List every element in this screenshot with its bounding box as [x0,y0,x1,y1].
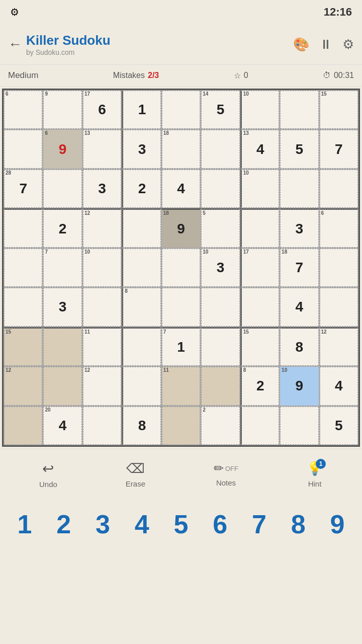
cell-6-5[interactable] [201,327,240,366]
cell-4-5[interactable]: 103 [201,248,240,287]
cell-4-3[interactable] [122,248,161,287]
cell-6-0[interactable]: 15 [4,327,43,366]
numpad-3[interactable]: 3 [85,511,120,537]
cell-3-7[interactable]: 3 [280,208,319,248]
cell-3-2[interactable]: 12 [82,208,122,248]
notes-button[interactable]: ✏ OFF Notes [214,461,238,487]
cell-5-0[interactable] [4,287,43,327]
cell-7-3[interactable] [122,366,161,406]
cell-6-3[interactable] [122,327,161,366]
erase-button[interactable]: ⌫ Erase [126,461,145,488]
cell-3-6[interactable] [240,208,280,248]
cell-8-7[interactable] [280,406,319,445]
numpad-2[interactable]: 2 [46,511,81,537]
cell-7-4[interactable]: 11 [161,366,201,406]
cell-5-7[interactable]: 4 [280,287,319,327]
cell-3-8[interactable]: 6 [319,208,358,248]
cell-5-3[interactable]: 8 [122,287,161,327]
cell-1-4[interactable]: 18 [161,129,201,169]
cell-0-4[interactable] [161,90,201,129]
numpad-9[interactable]: 9 [320,511,355,537]
numpad-8[interactable]: 8 [281,511,316,537]
cell-1-1[interactable]: 69 [43,129,82,169]
cell-0-5[interactable]: 145 [201,90,240,129]
cell-7-7[interactable]: 109 [280,366,319,406]
cell-6-4[interactable]: 71 [161,327,201,366]
cell-5-2[interactable] [82,287,122,327]
cell-5-8[interactable] [319,287,358,327]
cell-4-7[interactable]: 187 [280,248,319,287]
cell-8-8[interactable]: 5 [319,406,358,445]
numpad-5[interactable]: 5 [163,511,199,537]
cell-0-6[interactable]: 10 [240,90,280,129]
cell-0-8[interactable]: 15 [319,90,358,129]
cell-hint-1-2: 13 [84,131,90,136]
cell-1-5[interactable] [201,129,240,169]
cell-8-0[interactable] [4,406,43,445]
cell-3-1[interactable]: 2 [43,208,82,248]
cell-7-6[interactable]: 82 [240,366,280,406]
cell-4-4[interactable] [161,248,201,287]
cell-3-0[interactable] [4,208,43,248]
back-button[interactable]: ← [8,36,22,52]
cell-0-3[interactable]: 1 [122,90,161,129]
cell-7-8[interactable]: 4 [319,366,358,406]
cell-8-3[interactable]: 8 [122,406,161,445]
cell-7-1[interactable] [43,366,82,406]
cell-2-3[interactable]: 2 [122,169,161,208]
cell-2-0[interactable]: 287 [4,169,43,208]
cell-5-5[interactable] [201,287,240,327]
cell-6-6[interactable]: 15 [240,327,280,366]
cell-7-2[interactable]: 12 [82,366,122,406]
palette-icon[interactable]: 🎨 [293,37,309,52]
cell-8-5[interactable]: 2 [201,406,240,445]
cell-4-2[interactable]: 10 [82,248,122,287]
cell-3-3[interactable] [122,208,161,248]
cell-2-2[interactable]: 3 [82,169,122,208]
cell-4-8[interactable] [319,248,358,287]
cell-8-1[interactable]: 204 [43,406,82,445]
cell-8-4[interactable] [161,406,201,445]
cell-0-0[interactable]: 6 [4,90,43,129]
cell-3-5[interactable]: 5 [201,208,240,248]
cell-7-0[interactable]: 12 [4,366,43,406]
cell-8-6[interactable] [240,406,280,445]
cell-1-3[interactable]: 3 [122,129,161,169]
numpad-7[interactable]: 7 [241,511,277,537]
cell-7-5[interactable] [201,366,240,406]
cell-0-7[interactable] [280,90,319,129]
cell-1-2[interactable]: 13 [82,129,122,169]
pause-icon[interactable]: ⏸ [319,37,332,52]
hint-button[interactable]: 💡 1 Hint [307,461,323,488]
cell-1-0[interactable] [4,129,43,169]
cell-6-7[interactable]: 8 [280,327,319,366]
cell-2-1[interactable] [43,169,82,208]
cell-5-4[interactable] [161,287,201,327]
settings-icon[interactable]: ⚙ [342,37,354,52]
cell-6-1[interactable] [43,327,82,366]
numpad-1[interactable]: 1 [7,511,42,537]
cell-5-1[interactable]: 3 [43,287,82,327]
cell-3-4[interactable]: 189 [161,208,201,248]
cell-8-2[interactable] [82,406,122,445]
cell-2-6[interactable]: 10 [240,169,280,208]
cell-1-6[interactable]: 134 [240,129,280,169]
cell-hint-6-0: 15 [6,330,11,335]
cell-1-8[interactable]: 7 [319,129,358,169]
cell-0-2[interactable]: 176 [82,90,122,129]
cell-0-1[interactable]: 9 [43,90,82,129]
cell-4-0[interactable] [4,248,43,287]
cell-2-7[interactable] [280,169,319,208]
cell-2-4[interactable]: 4 [161,169,201,208]
cell-4-1[interactable]: 7 [43,248,82,287]
cell-6-2[interactable]: 11 [82,327,122,366]
cell-1-7[interactable]: 5 [280,129,319,169]
undo-button[interactable]: ↩ Undo [39,460,57,489]
numpad-6[interactable]: 6 [203,511,238,537]
cell-5-6[interactable] [240,287,280,327]
cell-4-6[interactable]: 17 [240,248,280,287]
cell-6-8[interactable]: 12 [319,327,358,366]
cell-2-5[interactable] [201,169,240,208]
cell-2-8[interactable] [319,169,358,208]
numpad-4[interactable]: 4 [124,511,159,537]
